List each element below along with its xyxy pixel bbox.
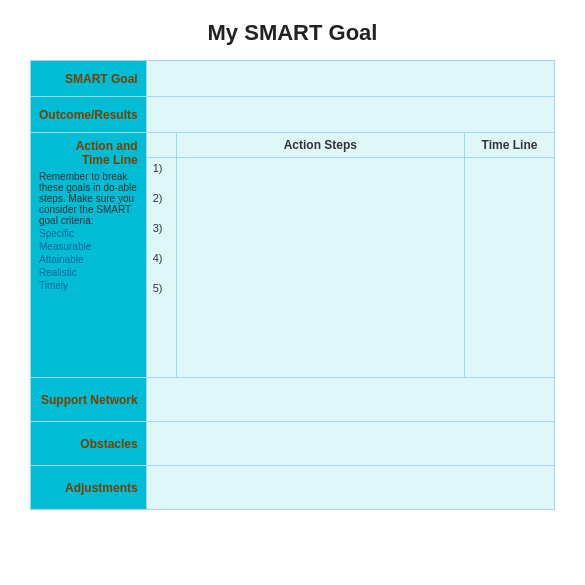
criteria-measurable: Measurable	[39, 241, 138, 252]
step-5: 5)	[153, 282, 170, 294]
action-steps-col-header	[146, 133, 176, 158]
support-content[interactable]	[146, 378, 554, 422]
criteria-realistic: Realistic	[39, 267, 138, 278]
step-1: 1)	[153, 162, 170, 174]
action-header-row: Action andTime Line Remember to break th…	[31, 133, 555, 158]
step-4: 4)	[153, 252, 170, 264]
action-steps-header: Action Steps	[176, 133, 464, 158]
timeline-content[interactable]	[465, 158, 555, 378]
obstacles-label: Obstacles	[31, 422, 147, 466]
support-row: Support Network	[31, 378, 555, 422]
step-3: 3)	[153, 222, 170, 234]
numbered-steps: 1) 2) 3) 4) 5)	[146, 158, 176, 378]
outcome-label: Outcome/Results	[31, 97, 147, 133]
criteria-specific: Specific	[39, 228, 138, 239]
criteria-timely: Timely	[39, 280, 138, 291]
action-label-cell: Action andTime Line Remember to break th…	[31, 133, 147, 378]
smart-goal-row: SMART Goal	[31, 61, 555, 97]
page-container: My SMART Goal SMART Goal Outcome/Results…	[30, 20, 555, 510]
step-2: 2)	[153, 192, 170, 204]
timeline-header: Time Line	[465, 133, 555, 158]
outcome-content[interactable]	[146, 97, 554, 133]
action-note: Remember to break these goals in do-able…	[39, 171, 138, 226]
smart-goal-table: SMART Goal Outcome/Results Action andTim…	[30, 60, 555, 510]
obstacles-content[interactable]	[146, 422, 554, 466]
adjustments-content[interactable]	[146, 466, 554, 510]
adjustments-label: Adjustments	[31, 466, 147, 510]
adjustments-row: Adjustments	[31, 466, 555, 510]
action-steps-content[interactable]	[176, 158, 464, 378]
smart-goal-label: SMART Goal	[31, 61, 147, 97]
page-title: My SMART Goal	[30, 20, 555, 46]
outcome-row: Outcome/Results	[31, 97, 555, 133]
criteria-attainable: Attainable	[39, 254, 138, 265]
smart-goal-content[interactable]	[146, 61, 554, 97]
obstacles-row: Obstacles	[31, 422, 555, 466]
action-label: Action andTime Line	[76, 139, 138, 167]
support-label: Support Network	[31, 378, 147, 422]
